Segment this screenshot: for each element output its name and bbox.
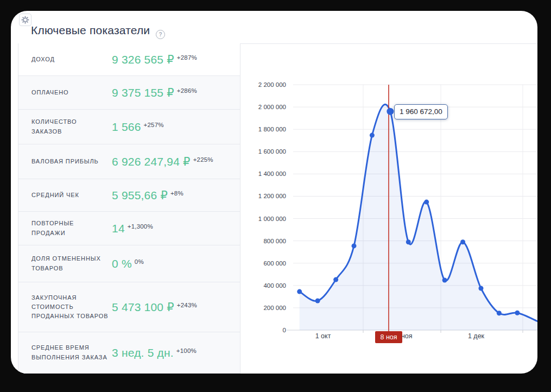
metric-row: ВАЛОВАЯ ПРИБЫЛЬ6 926 247,94 ₽+225% bbox=[18, 144, 240, 179]
metric-row: ОПЛАЧЕНО9 375 155 ₽+286% bbox=[18, 76, 240, 110]
metric-number: 5 955,66 ₽ bbox=[112, 189, 168, 201]
chart-tooltip: 1 960 672,00 bbox=[394, 104, 448, 119]
metric-delta: +1,300% bbox=[128, 223, 153, 230]
metric-label: ОПЛАЧЕНО bbox=[31, 88, 109, 97]
metric-value: 0 %0% bbox=[112, 257, 144, 270]
settings-gear-button[interactable] bbox=[19, 14, 31, 26]
metric-delta: +243% bbox=[177, 302, 197, 308]
svg-text:600 000: 600 000 bbox=[263, 260, 286, 267]
analytics-card: Ключевые показатели ? ДОХОД9 326 565 ₽+2… bbox=[11, 11, 537, 374]
svg-text:200 000: 200 000 bbox=[263, 305, 286, 311]
metric-value: 9 326 565 ₽+287% bbox=[112, 53, 197, 66]
metric-delta: +8% bbox=[170, 190, 183, 197]
metric-number: 1 566 bbox=[112, 121, 141, 133]
x-axis-label: 1 ноя bbox=[395, 332, 412, 340]
svg-text:2 200 000: 2 200 000 bbox=[258, 81, 286, 88]
metric-row: ДОЛЯ ОТМЕНЕННЫХ ТОВАРОВ0 %0% bbox=[18, 245, 240, 282]
x-axis-label: 1 окт bbox=[315, 332, 331, 340]
metric-label: ДОХОД bbox=[31, 55, 109, 64]
metric-number: 5 473 100 ₽ bbox=[112, 301, 174, 313]
metric-delta: +100% bbox=[176, 347, 197, 354]
svg-text:0: 0 bbox=[283, 327, 286, 333]
x-axis-label: 1 дек bbox=[468, 332, 484, 340]
metric-row: ДОХОД9 326 565 ₽+287% bbox=[18, 43, 240, 76]
metric-number: 9 375 155 ₽ bbox=[112, 86, 174, 99]
metric-label: КОЛИЧЕСТВО ЗАКАЗОВ bbox=[31, 117, 109, 136]
desktop-background: Ключевые показатели ? ДОХОД9 326 565 ₽+2… bbox=[0, 0, 551, 392]
svg-text:1 800 000: 1 800 000 bbox=[258, 126, 286, 132]
metric-row: ПОВТОРНЫЕ ПРОДАЖИ14+1,300% bbox=[18, 212, 240, 245]
metric-row: ЗАКУПОЧНАЯ СТОИМОСТЬ ПРОДАННЫХ ТОВАРОВ5 … bbox=[18, 282, 240, 332]
help-icon[interactable]: ? bbox=[156, 30, 165, 39]
metric-value: 5 955,66 ₽+8% bbox=[112, 189, 183, 202]
metric-delta: +225% bbox=[193, 156, 213, 163]
metric-delta: +287% bbox=[177, 54, 197, 61]
svg-text:2 000 000: 2 000 000 bbox=[258, 104, 286, 110]
selected-date-badge: 8 ноя bbox=[375, 331, 402, 343]
metric-value: 1 566+257% bbox=[112, 121, 164, 134]
metric-number: 0 % bbox=[112, 257, 132, 270]
gear-icon bbox=[21, 16, 29, 24]
metrics-panel: ДОХОД9 326 565 ₽+287%ОПЛАЧЕНО9 375 155 ₽… bbox=[18, 43, 240, 374]
svg-text:800 000: 800 000 bbox=[263, 238, 286, 244]
metric-label: ВАЛОВАЯ ПРИБЫЛЬ bbox=[31, 157, 109, 166]
metric-number: 14 bbox=[112, 222, 125, 235]
metric-value: 5 473 100 ₽+243% bbox=[112, 301, 197, 314]
metric-label: ДОЛЯ ОТМЕНЕННЫХ ТОВАРОВ bbox=[31, 254, 109, 273]
metric-number: 6 926 247,94 ₽ bbox=[112, 155, 191, 168]
page-title: Ключевые показатели bbox=[31, 24, 150, 37]
metric-label: СРЕДНЕЕ ВРЕМЯ ВЫПОЛНЕНИЯ ЗАКАЗА bbox=[31, 343, 109, 362]
svg-text:1 400 000: 1 400 000 bbox=[258, 170, 286, 177]
metric-value: 14+1,300% bbox=[112, 222, 153, 235]
metric-value: 9 375 155 ₽+286% bbox=[112, 86, 197, 99]
metric-delta: +286% bbox=[177, 87, 197, 94]
metric-label: ПОВТОРНЫЕ ПРОДАЖИ bbox=[31, 219, 109, 237]
metric-value: 6 926 247,94 ₽+225% bbox=[112, 155, 213, 168]
metric-row: КОЛИЧЕСТВО ЗАКАЗОВ1 566+257% bbox=[18, 110, 240, 144]
metric-label: ЗАКУПОЧНАЯ СТОИМОСТЬ ПРОДАННЫХ ТОВАРОВ bbox=[31, 293, 109, 321]
svg-text:1 200 000: 1 200 000 bbox=[258, 193, 286, 199]
svg-text:400 000: 400 000 bbox=[263, 282, 286, 289]
svg-text:1 000 000: 1 000 000 bbox=[258, 216, 286, 222]
metric-row: СРЕДНЕЕ ВРЕМЯ ВЫПОЛНЕНИЯ ЗАКАЗА3 нед. 5 … bbox=[18, 332, 240, 374]
metric-label: СРЕДНИЙ ЧЕК bbox=[31, 191, 109, 200]
metric-row: СРЕДНИЙ ЧЕК5 955,66 ₽+8% bbox=[18, 179, 240, 212]
card-header: Ключевые показатели ? bbox=[18, 11, 537, 44]
svg-text:1 600 000: 1 600 000 bbox=[258, 148, 286, 155]
metric-value: 3 нед. 5 дн.+100% bbox=[112, 346, 197, 359]
metric-delta: +257% bbox=[144, 122, 164, 128]
metric-number: 9 326 565 ₽ bbox=[112, 53, 174, 66]
metric-number: 3 нед. 5 дн. bbox=[112, 346, 174, 359]
metric-delta: 0% bbox=[135, 258, 144, 265]
